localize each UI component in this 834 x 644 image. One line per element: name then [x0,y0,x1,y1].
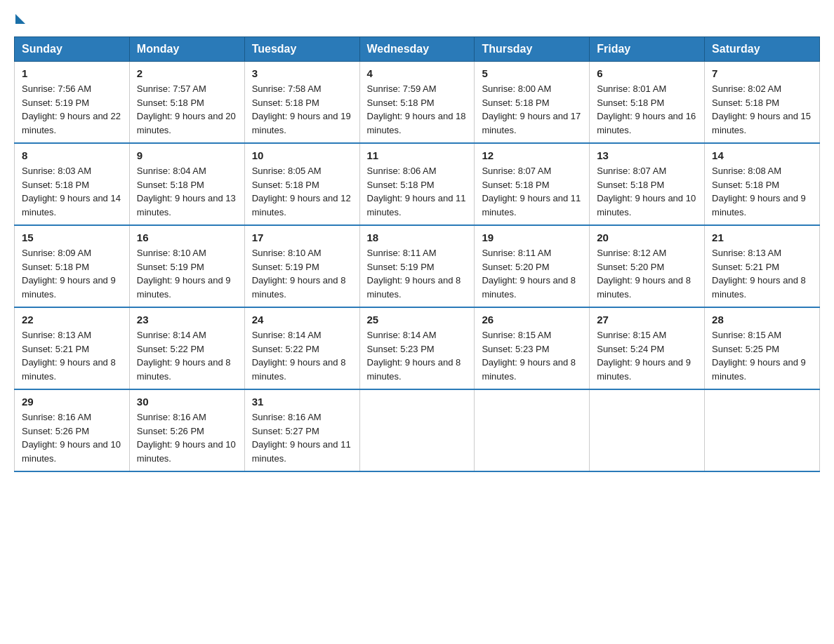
day-info: Sunrise: 8:08 AM Sunset: 5:18 PM Dayligh… [712,164,812,219]
day-info: Sunrise: 8:00 AM Sunset: 5:18 PM Dayligh… [482,82,582,137]
day-info: Sunrise: 8:05 AM Sunset: 5:18 PM Dayligh… [252,164,352,219]
day-number: 5 [482,67,582,79]
day-number: 8 [22,149,122,161]
day-number: 16 [137,232,237,243]
day-number: 11 [367,149,468,161]
calendar-cell: 23 Sunrise: 8:14 AM Sunset: 5:22 PM Dayl… [129,307,244,389]
calendar-cell: 9 Sunrise: 8:04 AM Sunset: 5:18 PM Dayli… [129,143,244,225]
calendar-week-row: 29 Sunrise: 8:16 AM Sunset: 5:26 PM Dayl… [15,389,820,471]
day-number: 2 [137,67,237,79]
day-info: Sunrise: 8:10 AM Sunset: 5:19 PM Dayligh… [137,246,237,301]
calendar-cell: 25 Sunrise: 8:14 AM Sunset: 5:23 PM Dayl… [359,307,475,389]
calendar-cell: 26 Sunrise: 8:15 AM Sunset: 5:23 PM Dayl… [475,307,590,389]
day-number: 24 [252,314,352,326]
calendar-week-row: 1 Sunrise: 7:56 AM Sunset: 5:19 PM Dayli… [15,62,820,144]
day-header-saturday: Saturday [705,37,820,62]
calendar-cell: 3 Sunrise: 7:58 AM Sunset: 5:18 PM Dayli… [244,62,359,144]
calendar-cell: 30 Sunrise: 8:16 AM Sunset: 5:26 PM Dayl… [129,389,244,471]
day-number: 18 [367,232,468,243]
calendar-cell: 20 Sunrise: 8:12 AM Sunset: 5:20 PM Dayl… [590,225,705,307]
day-info: Sunrise: 8:15 AM Sunset: 5:23 PM Dayligh… [482,328,582,383]
calendar-cell [590,389,705,471]
day-info: Sunrise: 8:14 AM Sunset: 5:22 PM Dayligh… [252,328,352,383]
calendar-cell: 2 Sunrise: 7:57 AM Sunset: 5:18 PM Dayli… [129,62,244,144]
day-number: 12 [482,149,582,161]
day-number: 14 [712,149,812,161]
calendar-cell: 29 Sunrise: 8:16 AM Sunset: 5:26 PM Dayl… [15,389,130,471]
calendar-cell: 1 Sunrise: 7:56 AM Sunset: 5:19 PM Dayli… [15,62,130,144]
calendar-cell: 24 Sunrise: 8:14 AM Sunset: 5:22 PM Dayl… [244,307,359,389]
day-info: Sunrise: 8:16 AM Sunset: 5:27 PM Dayligh… [252,410,352,465]
day-number: 10 [252,149,352,161]
calendar-cell: 10 Sunrise: 8:05 AM Sunset: 5:18 PM Dayl… [244,143,359,225]
day-info: Sunrise: 8:15 AM Sunset: 5:24 PM Dayligh… [597,328,697,383]
day-number: 17 [252,232,352,243]
calendar-cell: 4 Sunrise: 7:59 AM Sunset: 5:18 PM Dayli… [359,62,475,144]
day-info: Sunrise: 8:14 AM Sunset: 5:22 PM Dayligh… [137,328,237,383]
day-number: 15 [22,232,122,243]
calendar-cell: 12 Sunrise: 8:07 AM Sunset: 5:18 PM Dayl… [475,143,590,225]
calendar-cell [475,389,590,471]
logo [14,14,25,25]
day-number: 6 [597,67,697,79]
day-header-sunday: Sunday [15,37,130,62]
day-number: 19 [482,232,582,243]
day-info: Sunrise: 8:01 AM Sunset: 5:18 PM Dayligh… [597,82,697,137]
page-header [14,14,820,25]
calendar-cell [705,389,820,471]
day-header-monday: Monday [129,37,244,62]
day-number: 9 [137,149,237,161]
day-info: Sunrise: 8:07 AM Sunset: 5:18 PM Dayligh… [482,164,582,219]
day-info: Sunrise: 7:56 AM Sunset: 5:19 PM Dayligh… [22,82,122,137]
day-number: 29 [22,396,122,408]
day-number: 3 [252,67,352,79]
day-info: Sunrise: 8:10 AM Sunset: 5:19 PM Dayligh… [252,246,352,301]
day-info: Sunrise: 7:58 AM Sunset: 5:18 PM Dayligh… [252,82,352,137]
day-number: 23 [137,314,237,326]
calendar-table: SundayMondayTuesdayWednesdayThursdayFrid… [14,36,820,472]
day-number: 7 [712,67,812,79]
day-info: Sunrise: 8:11 AM Sunset: 5:19 PM Dayligh… [367,246,468,301]
calendar-cell: 5 Sunrise: 8:00 AM Sunset: 5:18 PM Dayli… [475,62,590,144]
calendar-cell: 8 Sunrise: 8:03 AM Sunset: 5:18 PM Dayli… [15,143,130,225]
calendar-cell [359,389,475,471]
calendar-cell: 17 Sunrise: 8:10 AM Sunset: 5:19 PM Dayl… [244,225,359,307]
logo-arrow-icon [15,14,25,24]
day-info: Sunrise: 8:04 AM Sunset: 5:18 PM Dayligh… [137,164,237,219]
days-header-row: SundayMondayTuesdayWednesdayThursdayFrid… [15,37,820,62]
calendar-cell: 11 Sunrise: 8:06 AM Sunset: 5:18 PM Dayl… [359,143,475,225]
day-header-tuesday: Tuesday [244,37,359,62]
calendar-cell: 18 Sunrise: 8:11 AM Sunset: 5:19 PM Dayl… [359,225,475,307]
day-number: 26 [482,314,582,326]
day-info: Sunrise: 8:15 AM Sunset: 5:25 PM Dayligh… [712,328,812,383]
calendar-cell: 31 Sunrise: 8:16 AM Sunset: 5:27 PM Dayl… [244,389,359,471]
calendar-week-row: 22 Sunrise: 8:13 AM Sunset: 5:21 PM Dayl… [15,307,820,389]
calendar-cell: 19 Sunrise: 8:11 AM Sunset: 5:20 PM Dayl… [475,225,590,307]
day-info: Sunrise: 8:13 AM Sunset: 5:21 PM Dayligh… [712,246,812,301]
day-number: 13 [597,149,697,161]
calendar-cell: 21 Sunrise: 8:13 AM Sunset: 5:21 PM Dayl… [705,225,820,307]
day-number: 25 [367,314,468,326]
day-info: Sunrise: 8:12 AM Sunset: 5:20 PM Dayligh… [597,246,697,301]
day-number: 20 [597,232,697,243]
day-info: Sunrise: 8:09 AM Sunset: 5:18 PM Dayligh… [22,246,122,301]
calendar-cell: 15 Sunrise: 8:09 AM Sunset: 5:18 PM Dayl… [15,225,130,307]
day-info: Sunrise: 8:14 AM Sunset: 5:23 PM Dayligh… [367,328,468,383]
day-header-thursday: Thursday [475,37,590,62]
calendar-cell: 28 Sunrise: 8:15 AM Sunset: 5:25 PM Dayl… [705,307,820,389]
calendar-cell: 7 Sunrise: 8:02 AM Sunset: 5:18 PM Dayli… [705,62,820,144]
calendar-cell: 14 Sunrise: 8:08 AM Sunset: 5:18 PM Dayl… [705,143,820,225]
day-info: Sunrise: 7:59 AM Sunset: 5:18 PM Dayligh… [367,82,468,137]
day-number: 21 [712,232,812,243]
calendar-cell: 22 Sunrise: 8:13 AM Sunset: 5:21 PM Dayl… [15,307,130,389]
day-header-wednesday: Wednesday [359,37,475,62]
day-info: Sunrise: 8:03 AM Sunset: 5:18 PM Dayligh… [22,164,122,219]
day-number: 27 [597,314,697,326]
calendar-week-row: 8 Sunrise: 8:03 AM Sunset: 5:18 PM Dayli… [15,143,820,225]
day-info: Sunrise: 8:06 AM Sunset: 5:18 PM Dayligh… [367,164,468,219]
day-header-friday: Friday [590,37,705,62]
day-number: 22 [22,314,122,326]
day-info: Sunrise: 8:07 AM Sunset: 5:18 PM Dayligh… [597,164,697,219]
day-number: 28 [712,314,812,326]
day-info: Sunrise: 8:02 AM Sunset: 5:18 PM Dayligh… [712,82,812,137]
